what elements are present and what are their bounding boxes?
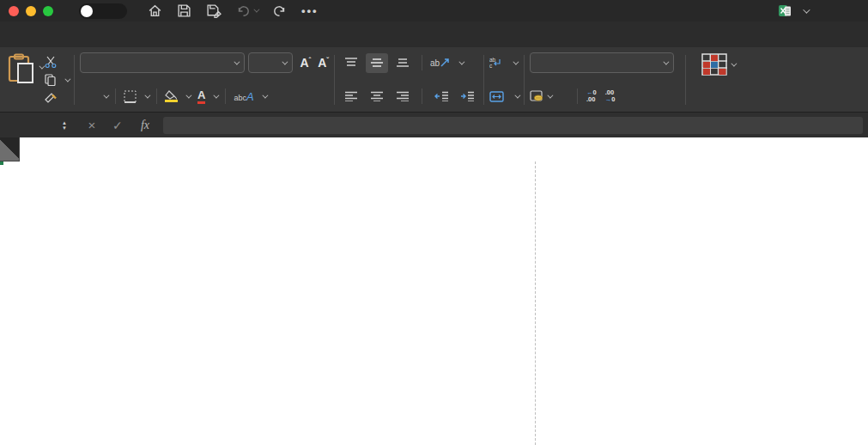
font-color-swatch: [197, 101, 205, 104]
number-format-chevron-icon: [663, 58, 669, 64]
page-break-line: [535, 162, 536, 445]
orientation-button[interactable]: ab: [430, 58, 450, 68]
cancel-entry-icon[interactable]: ×: [79, 118, 105, 132]
font-name-select[interactable]: [80, 52, 245, 73]
fill-color-chevron-icon[interactable]: [185, 92, 191, 98]
save-as-icon[interactable]: [206, 3, 222, 18]
paste-clipboard-icon[interactable]: [7, 53, 36, 84]
formula-bar: ▲▼ × ✓ fx: [0, 112, 868, 137]
font-name-chevron-icon: [234, 58, 240, 64]
wrap-text-button[interactable]: abc: [489, 52, 519, 73]
format-painter-button[interactable]: [45, 89, 69, 107]
align-top-button[interactable]: [340, 53, 362, 73]
undo-chevron-icon: [253, 7, 259, 13]
merge-center-button[interactable]: [489, 86, 519, 107]
orientation-chevron-icon[interactable]: [459, 58, 465, 64]
formula-input[interactable]: [163, 117, 863, 134]
align-middle-button[interactable]: [366, 53, 388, 73]
accounting-format-button[interactable]: [530, 90, 551, 102]
decrease-indent-button[interactable]: [430, 87, 452, 107]
more-commands-icon[interactable]: •••: [301, 4, 319, 17]
copy-button[interactable]: [45, 71, 69, 88]
font-group: Aˆ Aˇ A abcA: [80, 52, 329, 108]
minimize-window-button[interactable]: [26, 6, 36, 16]
underline-chevron-icon[interactable]: [103, 92, 109, 98]
undo-icon: [236, 4, 258, 18]
align-bottom-button[interactable]: [392, 53, 414, 73]
svg-text:c: c: [489, 63, 493, 69]
confirm-entry-icon[interactable]: ✓: [105, 119, 131, 132]
autosave-toggle[interactable]: [79, 3, 127, 19]
name-box-stepper[interactable]: ▲▼: [62, 120, 67, 131]
phonetic-chevron-icon[interactable]: [262, 92, 268, 98]
borders-button[interactable]: [124, 90, 137, 103]
merge-center-chevron-icon: [514, 92, 520, 98]
wrap-text-chevron-icon: [513, 58, 519, 64]
conditional-formatting-group: [691, 52, 744, 108]
redo-icon[interactable]: [272, 4, 287, 18]
number-group: ←0.00 .00→0: [530, 52, 680, 108]
toggle-knob: [81, 5, 93, 17]
align-center-button[interactable]: [366, 87, 388, 107]
home-icon[interactable]: [148, 3, 162, 18]
increase-decimal-button[interactable]: ←0.00: [586, 89, 597, 103]
align-left-button[interactable]: [340, 87, 362, 107]
decrease-font-size-button[interactable]: Aˇ: [318, 56, 329, 70]
phonetic-guide-button[interactable]: abcA: [234, 90, 253, 103]
font-color-chevron-icon[interactable]: [214, 92, 220, 98]
zoom-window-button[interactable]: [43, 6, 53, 16]
paste-group: [5, 52, 45, 108]
ribbon: Aˆ Aˇ A abcA: [0, 47, 868, 112]
svg-text:ab: ab: [489, 57, 496, 63]
borders-chevron-icon[interactable]: [144, 92, 150, 98]
wrap-merge-group: abc: [489, 52, 519, 108]
title-chevron-down-icon[interactable]: [803, 6, 810, 13]
accounting-chevron-icon: [547, 92, 553, 98]
fill-color-button[interactable]: [165, 90, 178, 102]
conditional-formatting-icon[interactable]: [701, 53, 727, 76]
spreadsheet-grid: [0, 137, 868, 445]
increase-font-size-button[interactable]: Aˆ: [300, 56, 311, 70]
window-controls: [9, 6, 53, 16]
increase-indent-button[interactable]: [456, 87, 478, 107]
decrease-decimal-button[interactable]: .00→0: [605, 89, 616, 103]
copy-chevron-icon[interactable]: [64, 76, 70, 82]
insert-function-icon[interactable]: fx: [131, 119, 160, 132]
align-right-button[interactable]: [392, 87, 414, 107]
alignment-group: ab: [340, 52, 478, 108]
title-bar: •••: [0, 0, 868, 21]
font-size-select[interactable]: [248, 52, 293, 73]
font-color-button[interactable]: A: [197, 88, 205, 104]
fill-color-swatch: [165, 100, 178, 102]
ribbon-tab-bar: [0, 21, 868, 47]
column-header-row: [0, 137, 868, 162]
excel-doc-icon: [778, 3, 792, 18]
clipboard-small-buttons: [45, 52, 69, 108]
close-window-button[interactable]: [9, 6, 19, 16]
font-size-chevron-icon: [282, 58, 288, 64]
save-icon[interactable]: [177, 3, 191, 18]
selected-cell-m9[interactable]: [0, 162, 3, 165]
cut-button[interactable]: [45, 53, 69, 70]
number-format-select[interactable]: [530, 52, 674, 73]
conditional-formatting-chevron-icon[interactable]: [731, 60, 737, 66]
select-all-corner[interactable]: [0, 137, 20, 162]
